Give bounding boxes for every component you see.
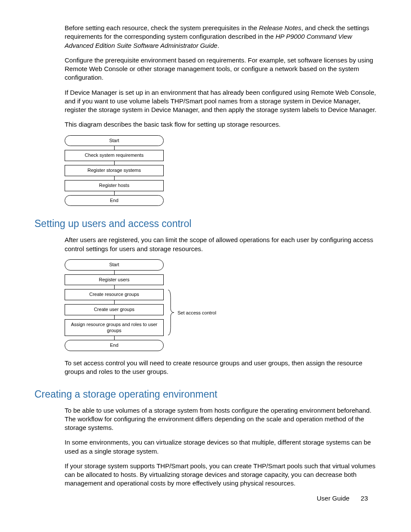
flow-step-create-user-groups: Create user groups <box>65 304 164 315</box>
footer-label: User Guide <box>317 495 349 502</box>
intro-para-3: If Device Manager is set up in an enviro… <box>65 88 377 115</box>
text: . <box>218 42 219 49</box>
flow-diagram-storage-resources: Start Check system requirements Register… <box>65 135 377 206</box>
flow-step-register-hosts: Register hosts <box>65 180 164 191</box>
heading-storage-operating-env: Creating a storage operating environment <box>34 389 377 400</box>
flow-step-register-storage: Register storage systems <box>65 165 164 176</box>
flow-connector <box>65 146 164 150</box>
intro-para-1: Before setting each resource, check the … <box>65 24 377 50</box>
intro-para-2: Configure the prerequisite environment b… <box>65 56 377 82</box>
flow-connector <box>65 191 164 195</box>
heading-users-access-control: Setting up users and access control <box>34 218 377 230</box>
text: Before setting each resource, check the … <box>65 24 259 31</box>
flow-connector <box>65 161 164 165</box>
flow-end: End <box>65 195 164 206</box>
flow-connector <box>65 176 164 180</box>
env-para-1: To be able to use volumes of a storage s… <box>65 406 377 432</box>
flow-start: Start <box>65 259 164 271</box>
flow-step-register-users: Register users <box>65 274 164 286</box>
flow-connector <box>65 271 164 274</box>
curly-brace-icon: Set access control <box>167 289 216 336</box>
env-para-3: If your storage system supports THP/Smar… <box>65 462 377 488</box>
flow-end: End <box>65 340 164 351</box>
brace-group: Create resource groups Create user group… <box>65 289 377 336</box>
brace-label: Set access control <box>177 310 216 315</box>
italic-release-notes: Release Notes <box>259 24 301 31</box>
flow-connector <box>65 315 164 319</box>
flow-step-create-resource-groups: Create resource groups <box>65 289 164 300</box>
page-footer: User Guide 23 <box>317 495 368 502</box>
env-para-2: In some environments, you can virtualize… <box>65 438 377 456</box>
intro-para-4: This diagram describes the basic task fl… <box>65 120 377 129</box>
users-para-2: To set access control you will need to c… <box>65 359 377 376</box>
page-number: 23 <box>361 495 368 502</box>
flow-step-check-requirements: Check system requirements <box>65 150 164 161</box>
flow-connector <box>65 300 164 304</box>
flow-connector <box>65 336 164 340</box>
flow-step-assign-groups-roles: Assign resource groups and roles to user… <box>65 319 164 336</box>
flow-connector <box>65 285 164 289</box>
users-para-1: After users are registered, you can limi… <box>65 236 377 253</box>
flow-diagram-access-control: Start Register users Create resource gro… <box>65 259 377 351</box>
flow-start: Start <box>65 135 164 146</box>
